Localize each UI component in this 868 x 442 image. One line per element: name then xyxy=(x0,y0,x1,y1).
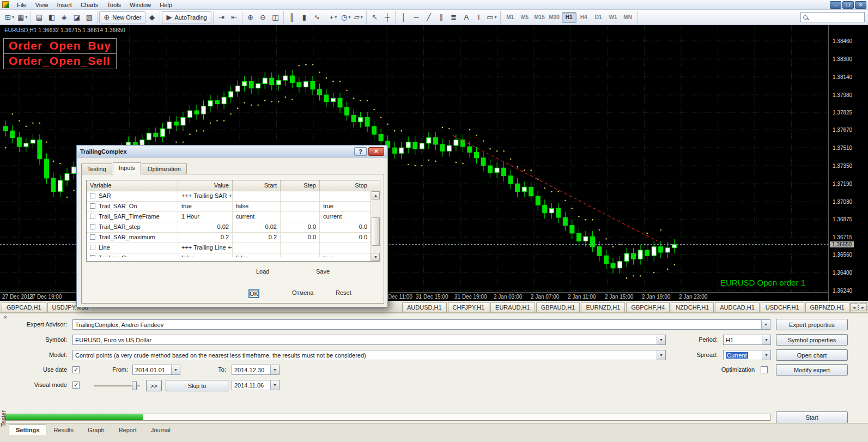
timeframe-h1-button[interactable]: H1 xyxy=(562,12,576,23)
column-header-variable[interactable]: Variable xyxy=(87,180,178,191)
chevron-down-icon[interactable]: ▾ xyxy=(348,15,350,20)
chevron-down-icon[interactable]: ▼ xyxy=(657,335,665,344)
tester-tab-journal[interactable]: Journal xyxy=(144,425,178,435)
stop-cell[interactable]: current xyxy=(320,212,371,222)
spread-select[interactable]: Current▼ xyxy=(723,350,771,360)
fast-forward-button[interactable]: >> xyxy=(146,380,162,391)
row-checkbox[interactable] xyxy=(90,234,95,240)
step-cell[interactable] xyxy=(281,202,320,211)
price-axis[interactable]: 1.384601.383001.381401.379801.378251.376… xyxy=(828,25,868,301)
indicators-button[interactable]: +▾ xyxy=(327,11,339,23)
terminal-button[interactable]: ◪ xyxy=(70,11,83,23)
symbol-properties-button[interactable]: Symbol properties xyxy=(776,334,848,346)
dialog-close-button[interactable]: ✕ xyxy=(368,147,384,156)
dialog-tab-inputs[interactable]: Inputs xyxy=(113,162,141,174)
step-cell[interactable]: 0.0 xyxy=(281,222,320,232)
new-order-button[interactable]: ⊕New Order xyxy=(99,11,145,23)
row-checkbox[interactable] xyxy=(90,214,95,219)
expert-properties-button[interactable]: Expert properties xyxy=(776,319,848,330)
step-cell[interactable] xyxy=(281,253,320,257)
vertical-line-button[interactable]: │ xyxy=(397,11,410,23)
step-cell[interactable] xyxy=(281,191,320,201)
input-row[interactable]: Trail_SAR_TimeFrame1 Hourcurrentcurrent xyxy=(87,212,380,222)
slider-thumb[interactable] xyxy=(132,381,137,390)
text-button[interactable]: A xyxy=(460,11,472,23)
menu-tools[interactable]: Tools xyxy=(102,1,125,9)
market-watch-button[interactable]: ▤ xyxy=(33,11,45,23)
symbol-tab-gbpchf[interactable]: GBPCHF,H4 xyxy=(626,302,670,312)
search-box[interactable] xyxy=(800,12,865,22)
ok-button[interactable]: OK xyxy=(248,289,259,298)
timeframe-m1-button[interactable]: M1 xyxy=(503,12,518,23)
symbol-tab-chfjpy[interactable]: CHFJPY,H1 xyxy=(448,302,489,312)
symbol-select[interactable]: EURUSD, Euro vs US Dollar▼ xyxy=(72,335,666,345)
skip-to-button[interactable]: Skip to xyxy=(166,380,228,391)
autotrading-button[interactable]: ▶AutoTrading xyxy=(162,11,211,23)
text-label-button[interactable]: T xyxy=(472,11,485,23)
symbol-tab-euraud[interactable]: EURAUD,H1 xyxy=(490,302,535,312)
chart-shift-button[interactable]: ⇥ xyxy=(215,11,228,23)
chevron-down-icon[interactable]: ▼ xyxy=(270,365,279,374)
start-cell[interactable]: false xyxy=(233,202,281,211)
start-cell[interactable] xyxy=(233,243,281,253)
symbol-tab-eurnzd[interactable]: EURNZD,H1 xyxy=(581,302,625,312)
input-row[interactable]: Trailing_Onfalsefalsetrue xyxy=(87,253,380,257)
column-header-value[interactable]: Value xyxy=(178,180,233,191)
stop-cell[interactable]: 0.0 xyxy=(320,222,371,232)
zoom-out-button[interactable]: ⊖ xyxy=(257,11,269,23)
minimize-button[interactable]: – xyxy=(830,1,841,9)
line-chart-button[interactable]: ∿ xyxy=(311,11,323,23)
expert-advisor-select[interactable]: TrailingComplex, Andrei Fandeev▼ xyxy=(72,319,770,330)
timeframe-m15-button[interactable]: M15 xyxy=(532,12,547,23)
cursor-button[interactable]: ↖ xyxy=(368,11,381,23)
start-cell[interactable]: 0.02 xyxy=(233,222,281,232)
chevron-down-icon[interactable]: ▾ xyxy=(495,15,497,20)
chevron-down-icon[interactable]: ▼ xyxy=(657,350,665,360)
restore-button[interactable]: ❐ xyxy=(842,1,854,9)
timeframe-m30-button[interactable]: M30 xyxy=(547,12,562,23)
cancel-button[interactable]: Отмена xyxy=(292,289,313,296)
value-cell[interactable]: +++ Trailing SAR +++ xyxy=(178,191,233,201)
tester-tab-report[interactable]: Report xyxy=(112,425,144,435)
value-cell[interactable]: 0.2 xyxy=(178,233,233,243)
scroll-thumb[interactable] xyxy=(372,217,380,246)
value-cell[interactable]: 0.02 xyxy=(178,222,233,232)
stop-cell[interactable]: true xyxy=(320,253,371,257)
bar-chart-button[interactable]: ║ xyxy=(286,11,298,23)
menu-help[interactable]: Help xyxy=(155,1,177,9)
search-input[interactable] xyxy=(810,14,859,21)
value-cell[interactable]: true xyxy=(178,202,233,211)
scroll-up-icon[interactable]: ▲ xyxy=(372,191,380,199)
auto-scroll-button[interactable]: ⇤ xyxy=(228,11,240,23)
start-cell[interactable]: current xyxy=(233,212,281,222)
crosshair-button[interactable]: ┼ xyxy=(381,11,393,23)
navigator-button[interactable]: ◈ xyxy=(58,11,70,23)
horizontal-line-button[interactable]: ─ xyxy=(410,11,422,23)
from-date-select[interactable]: 2014.01.01▼ xyxy=(132,365,180,375)
visual-mode-checkbox[interactable]: ✓ xyxy=(72,382,80,389)
optimization-checkbox[interactable] xyxy=(761,366,768,373)
menu-insert[interactable]: Insert xyxy=(52,1,76,9)
stop-cell[interactable]: 0.0 xyxy=(320,233,371,243)
stop-cell[interactable] xyxy=(320,191,371,201)
timeframe-d1-button[interactable]: D1 xyxy=(591,12,606,23)
chevron-down-icon[interactable]: ▾ xyxy=(361,15,363,20)
symbol-tab-usdchf[interactable]: USDCHF,H1 xyxy=(761,302,804,312)
timeframe-mn-button[interactable]: MN xyxy=(621,12,635,23)
step-cell[interactable]: 0.0 xyxy=(281,233,320,243)
fibonacci-button[interactable]: ≣ xyxy=(447,11,460,23)
dialog-title-bar[interactable]: TrailingComplex ? ✕ xyxy=(77,146,387,158)
row-checkbox[interactable] xyxy=(90,203,95,209)
symbol-tab-nzdchf[interactable]: NZDCHF,H1 xyxy=(671,302,714,312)
step-cell[interactable] xyxy=(281,212,320,222)
dialog-tab-optimization[interactable]: Optimization xyxy=(142,164,187,174)
new-chart-button[interactable]: ⊞▾ xyxy=(3,11,16,23)
symbol-tab-gbpcad[interactable]: GBPCAD,H1 xyxy=(2,302,46,312)
row-checkbox[interactable] xyxy=(90,193,95,198)
chevron-down-icon[interactable]: ▾ xyxy=(12,15,14,20)
row-checkbox[interactable] xyxy=(90,224,95,229)
value-cell[interactable]: 1 Hour xyxy=(178,212,233,222)
data-window-button[interactable]: ◧ xyxy=(45,11,58,23)
to-date-select[interactable]: 2014.12.30▼ xyxy=(232,365,280,375)
tester-tab-settings[interactable]: Settings xyxy=(9,425,46,435)
